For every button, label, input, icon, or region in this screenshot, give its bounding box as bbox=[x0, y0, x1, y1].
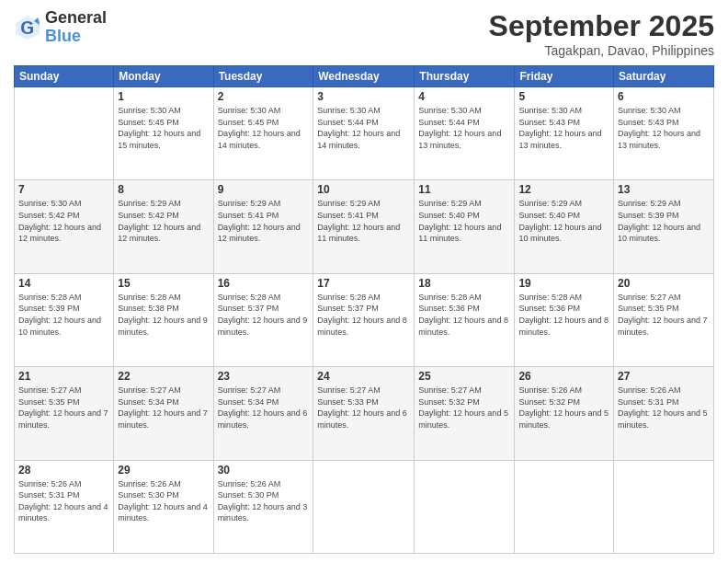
day-number: 2 bbox=[218, 90, 310, 103]
day-info: Sunrise: 5:29 AM Sunset: 5:39 PM Dayligh… bbox=[618, 198, 710, 244]
day-info: Sunrise: 5:26 AM Sunset: 5:31 PM Dayligh… bbox=[18, 478, 109, 524]
col-header-wednesday: Wednesday bbox=[313, 66, 415, 87]
day-number: 24 bbox=[317, 370, 410, 383]
day-cell bbox=[313, 460, 415, 553]
day-cell: 5Sunrise: 5:30 AM Sunset: 5:43 PM Daylig… bbox=[515, 87, 614, 180]
day-info: Sunrise: 5:29 AM Sunset: 5:42 PM Dayligh… bbox=[118, 198, 209, 244]
day-number: 17 bbox=[317, 277, 410, 290]
day-cell: 25Sunrise: 5:27 AM Sunset: 5:32 PM Dayli… bbox=[415, 367, 515, 460]
subtitle: Tagakpan, Davao, Philippines bbox=[489, 43, 714, 58]
day-info: Sunrise: 5:27 AM Sunset: 5:33 PM Dayligh… bbox=[317, 385, 410, 431]
day-number: 30 bbox=[218, 464, 310, 477]
day-number: 28 bbox=[18, 464, 109, 477]
day-info: Sunrise: 5:28 AM Sunset: 5:39 PM Dayligh… bbox=[18, 292, 109, 338]
day-cell: 2Sunrise: 5:30 AM Sunset: 5:45 PM Daylig… bbox=[213, 87, 313, 180]
main-title: September 2025 bbox=[489, 9, 714, 43]
col-header-monday: Monday bbox=[114, 66, 213, 87]
day-info: Sunrise: 5:26 AM Sunset: 5:31 PM Dayligh… bbox=[618, 385, 710, 431]
day-info: Sunrise: 5:30 AM Sunset: 5:42 PM Dayligh… bbox=[18, 198, 109, 244]
day-cell: 1Sunrise: 5:30 AM Sunset: 5:45 PM Daylig… bbox=[114, 87, 213, 180]
day-cell: 6Sunrise: 5:30 AM Sunset: 5:43 PM Daylig… bbox=[614, 87, 714, 180]
day-number: 15 bbox=[118, 277, 209, 290]
day-info: Sunrise: 5:30 AM Sunset: 5:45 PM Dayligh… bbox=[218, 105, 310, 151]
day-info: Sunrise: 5:30 AM Sunset: 5:44 PM Dayligh… bbox=[317, 105, 410, 151]
page: General Blue September 2025 Tagakpan, Da… bbox=[0, 0, 728, 563]
logo: General Blue bbox=[14, 9, 107, 46]
day-info: Sunrise: 5:28 AM Sunset: 5:37 PM Dayligh… bbox=[317, 292, 410, 338]
logo-general: General bbox=[45, 9, 107, 28]
day-info: Sunrise: 5:27 AM Sunset: 5:34 PM Dayligh… bbox=[218, 385, 310, 431]
day-info: Sunrise: 5:29 AM Sunset: 5:41 PM Dayligh… bbox=[317, 198, 410, 244]
day-number: 29 bbox=[118, 464, 209, 477]
day-number: 12 bbox=[518, 183, 609, 196]
day-number: 9 bbox=[218, 183, 310, 196]
col-header-tuesday: Tuesday bbox=[213, 66, 313, 87]
week-row-5: 28Sunrise: 5:26 AM Sunset: 5:31 PM Dayli… bbox=[15, 460, 714, 553]
day-cell: 26Sunrise: 5:26 AM Sunset: 5:32 PM Dayli… bbox=[515, 367, 614, 460]
logo-icon bbox=[14, 14, 41, 41]
day-number: 10 bbox=[317, 183, 410, 196]
day-info: Sunrise: 5:28 AM Sunset: 5:36 PM Dayligh… bbox=[518, 292, 609, 338]
calendar-body: 1Sunrise: 5:30 AM Sunset: 5:45 PM Daylig… bbox=[15, 87, 714, 554]
day-info: Sunrise: 5:26 AM Sunset: 5:30 PM Dayligh… bbox=[218, 478, 310, 524]
day-cell: 21Sunrise: 5:27 AM Sunset: 5:35 PM Dayli… bbox=[15, 367, 114, 460]
col-header-saturday: Saturday bbox=[614, 66, 714, 87]
day-info: Sunrise: 5:30 AM Sunset: 5:44 PM Dayligh… bbox=[418, 105, 510, 151]
day-cell: 11Sunrise: 5:29 AM Sunset: 5:40 PM Dayli… bbox=[415, 180, 515, 273]
day-info: Sunrise: 5:27 AM Sunset: 5:34 PM Dayligh… bbox=[118, 385, 209, 431]
col-header-thursday: Thursday bbox=[415, 66, 515, 87]
week-row-1: 1Sunrise: 5:30 AM Sunset: 5:45 PM Daylig… bbox=[15, 87, 714, 180]
logo-text: General Blue bbox=[45, 9, 107, 46]
day-cell: 18Sunrise: 5:28 AM Sunset: 5:36 PM Dayli… bbox=[415, 273, 515, 366]
day-number: 18 bbox=[418, 277, 510, 290]
day-number: 7 bbox=[18, 183, 109, 196]
day-info: Sunrise: 5:28 AM Sunset: 5:37 PM Dayligh… bbox=[218, 292, 310, 338]
day-number: 26 bbox=[518, 370, 609, 383]
day-cell bbox=[614, 460, 714, 553]
day-info: Sunrise: 5:30 AM Sunset: 5:43 PM Dayligh… bbox=[618, 105, 710, 151]
day-cell: 28Sunrise: 5:26 AM Sunset: 5:31 PM Dayli… bbox=[15, 460, 114, 553]
day-number: 27 bbox=[618, 370, 710, 383]
day-info: Sunrise: 5:30 AM Sunset: 5:45 PM Dayligh… bbox=[118, 105, 209, 151]
week-row-2: 7Sunrise: 5:30 AM Sunset: 5:42 PM Daylig… bbox=[15, 180, 714, 273]
day-cell: 8Sunrise: 5:29 AM Sunset: 5:42 PM Daylig… bbox=[114, 180, 213, 273]
day-cell bbox=[15, 87, 114, 180]
day-number: 19 bbox=[518, 277, 609, 290]
day-number: 4 bbox=[418, 90, 510, 103]
day-number: 8 bbox=[118, 183, 209, 196]
day-cell: 10Sunrise: 5:29 AM Sunset: 5:41 PM Dayli… bbox=[313, 180, 415, 273]
day-info: Sunrise: 5:27 AM Sunset: 5:35 PM Dayligh… bbox=[18, 385, 109, 431]
col-header-friday: Friday bbox=[515, 66, 614, 87]
week-row-3: 14Sunrise: 5:28 AM Sunset: 5:39 PM Dayli… bbox=[15, 273, 714, 366]
day-number: 22 bbox=[118, 370, 209, 383]
day-number: 1 bbox=[118, 90, 209, 103]
day-cell: 12Sunrise: 5:29 AM Sunset: 5:40 PM Dayli… bbox=[515, 180, 614, 273]
day-info: Sunrise: 5:30 AM Sunset: 5:43 PM Dayligh… bbox=[518, 105, 609, 151]
header: General Blue September 2025 Tagakpan, Da… bbox=[14, 9, 714, 58]
day-number: 25 bbox=[418, 370, 510, 383]
day-number: 6 bbox=[618, 90, 710, 103]
day-cell: 29Sunrise: 5:26 AM Sunset: 5:30 PM Dayli… bbox=[114, 460, 213, 553]
day-info: Sunrise: 5:29 AM Sunset: 5:40 PM Dayligh… bbox=[518, 198, 609, 244]
day-cell: 15Sunrise: 5:28 AM Sunset: 5:38 PM Dayli… bbox=[114, 273, 213, 366]
day-number: 16 bbox=[218, 277, 310, 290]
day-cell: 23Sunrise: 5:27 AM Sunset: 5:34 PM Dayli… bbox=[213, 367, 313, 460]
day-cell: 19Sunrise: 5:28 AM Sunset: 5:36 PM Dayli… bbox=[515, 273, 614, 366]
day-number: 14 bbox=[18, 277, 109, 290]
day-cell: 3Sunrise: 5:30 AM Sunset: 5:44 PM Daylig… bbox=[313, 87, 415, 180]
day-cell: 27Sunrise: 5:26 AM Sunset: 5:31 PM Dayli… bbox=[614, 367, 714, 460]
calendar-header: SundayMondayTuesdayWednesdayThursdayFrid… bbox=[15, 66, 714, 87]
day-cell: 24Sunrise: 5:27 AM Sunset: 5:33 PM Dayli… bbox=[313, 367, 415, 460]
day-info: Sunrise: 5:26 AM Sunset: 5:32 PM Dayligh… bbox=[518, 385, 609, 431]
day-cell bbox=[415, 460, 515, 553]
day-cell: 16Sunrise: 5:28 AM Sunset: 5:37 PM Dayli… bbox=[213, 273, 313, 366]
day-info: Sunrise: 5:29 AM Sunset: 5:41 PM Dayligh… bbox=[218, 198, 310, 244]
title-block: September 2025 Tagakpan, Davao, Philippi… bbox=[489, 9, 714, 58]
day-info: Sunrise: 5:28 AM Sunset: 5:36 PM Dayligh… bbox=[418, 292, 510, 338]
day-number: 13 bbox=[618, 183, 710, 196]
day-number: 11 bbox=[418, 183, 510, 196]
day-cell: 4Sunrise: 5:30 AM Sunset: 5:44 PM Daylig… bbox=[415, 87, 515, 180]
logo-blue: Blue bbox=[45, 28, 107, 46]
day-info: Sunrise: 5:26 AM Sunset: 5:30 PM Dayligh… bbox=[118, 478, 209, 524]
day-number: 23 bbox=[218, 370, 310, 383]
